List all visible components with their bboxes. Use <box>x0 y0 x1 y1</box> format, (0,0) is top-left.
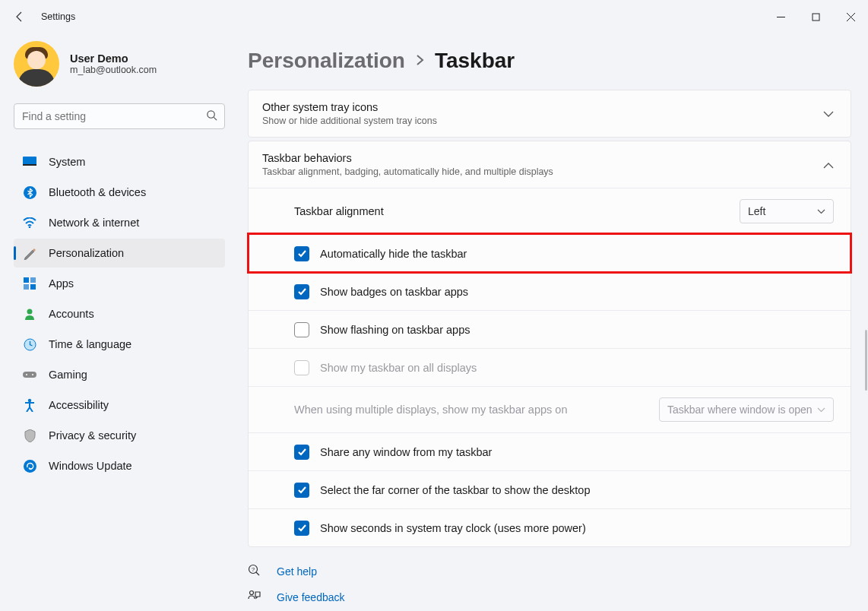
svg-rect-1 <box>813 14 819 21</box>
checkbox-badges[interactable] <box>294 284 309 299</box>
nav-item-personalization[interactable]: Personalization <box>14 239 225 268</box>
bluetooth-icon <box>23 185 36 199</box>
update-icon <box>23 459 36 473</box>
nav-item-accounts[interactable]: Accounts <box>14 299 225 328</box>
network-icon <box>23 216 36 230</box>
help-links: ? Get help Give feedback <box>248 550 851 611</box>
feedback-link[interactable]: Give feedback <box>248 590 851 605</box>
gaming-icon <box>23 368 36 381</box>
chevron-down-icon <box>817 209 825 214</box>
nav-label: Privacy & security <box>49 429 136 442</box>
card-header-behaviors[interactable]: Taskbar behaviors Taskbar alignment, bad… <box>249 141 851 188</box>
svg-rect-13 <box>30 284 36 290</box>
checkbox-flashing[interactable] <box>294 322 309 337</box>
svg-point-24 <box>250 591 254 595</box>
alignment-label: Taskbar alignment <box>294 205 384 217</box>
nav-item-accessibility[interactable]: Accessibility <box>14 391 225 419</box>
row-label: Show seconds in system tray clock (uses … <box>320 522 586 534</box>
minimize-button[interactable] <box>763 5 798 29</box>
nav-item-network[interactable]: Network & internet <box>14 208 225 237</box>
nav-label: Personalization <box>49 247 124 259</box>
search-icon <box>206 109 217 123</box>
titlebar: Settings <box>0 0 868 33</box>
help-icon: ? <box>248 564 261 579</box>
alignment-select[interactable]: Left <box>740 199 834 223</box>
card-subtitle: Taskbar alignment, badging, automaticall… <box>262 166 553 177</box>
personalization-icon <box>23 246 36 260</box>
card-behaviors: Taskbar behaviors Taskbar alignment, bad… <box>248 141 851 547</box>
privacy-icon <box>23 429 36 442</box>
nav-item-gaming[interactable]: Gaming <box>14 360 225 389</box>
search-box <box>14 103 225 129</box>
svg-line-5 <box>214 117 217 120</box>
chevron-down-icon <box>817 407 825 413</box>
checkbox-auto-hide[interactable] <box>294 246 309 261</box>
nav: System Bluetooth & devices Network & int… <box>14 147 225 480</box>
checkbox-seconds[interactable] <box>294 521 309 536</box>
breadcrumb-current: Taskbar <box>435 49 515 73</box>
close-button[interactable] <box>833 5 868 29</box>
card-tray-icons: Other system tray icons Show or hide add… <box>248 90 851 138</box>
feedback-icon <box>248 590 261 605</box>
nav-label: Accessibility <box>49 399 109 411</box>
window-controls <box>763 5 868 29</box>
accounts-icon <box>23 307 36 321</box>
accessibility-icon <box>23 398 36 412</box>
nav-label: Apps <box>49 277 74 290</box>
row-label: Show my taskbar on all displays <box>320 362 477 374</box>
svg-point-4 <box>207 111 214 118</box>
main-content: Personalization Taskbar Other system tra… <box>234 33 868 611</box>
row-auto-hide[interactable]: Automatically hide the taskbar <box>249 234 851 272</box>
user-profile[interactable]: User Demo m_lab@outlook.com <box>14 41 225 87</box>
link-label: Get help <box>277 565 317 578</box>
multi-select: Taskbar where window is open <box>659 397 834 422</box>
get-help-link[interactable]: ? Get help <box>248 564 851 579</box>
app-title: Settings <box>41 11 75 22</box>
svg-rect-12 <box>24 284 29 290</box>
svg-point-14 <box>27 309 33 315</box>
nav-item-update[interactable]: Windows Update <box>14 451 225 480</box>
checkbox-share[interactable] <box>294 445 309 460</box>
breadcrumb-parent[interactable]: Personalization <box>248 49 405 73</box>
system-icon <box>23 155 36 169</box>
row-label: Select the far corner of the taskbar to … <box>320 484 590 496</box>
select-value: Taskbar where window is open <box>667 404 813 416</box>
svg-rect-10 <box>24 277 29 283</box>
nav-item-privacy[interactable]: Privacy & security <box>14 421 225 450</box>
svg-point-20 <box>24 460 36 473</box>
scrollbar[interactable] <box>865 330 867 391</box>
avatar <box>14 41 59 87</box>
card-title: Other system tray icons <box>262 101 437 113</box>
nav-label: Time & language <box>49 338 131 350</box>
row-share-window[interactable]: Share any window from my taskbar <box>249 432 851 470</box>
row-multi-displays: When using multiple displays, show my ta… <box>249 386 851 432</box>
row-flashing[interactable]: Show flashing on taskbar apps <box>249 310 851 348</box>
nav-item-bluetooth[interactable]: Bluetooth & devices <box>14 178 225 207</box>
row-label: Show badges on taskbar apps <box>320 286 468 298</box>
link-label: Give feedback <box>277 591 345 603</box>
multi-label: When using multiple displays, show my ta… <box>294 404 567 416</box>
card-title: Taskbar behaviors <box>262 152 553 164</box>
card-header-tray[interactable]: Other system tray icons Show or hide add… <box>249 90 851 137</box>
row-label: Share any window from my taskbar <box>320 446 492 458</box>
row-show-seconds[interactable]: Show seconds in system tray clock (uses … <box>249 508 851 546</box>
row-badges[interactable]: Show badges on taskbar apps <box>249 272 851 310</box>
nav-item-system[interactable]: System <box>14 147 225 176</box>
chevron-down-icon <box>823 108 834 120</box>
nav-item-apps[interactable]: Apps <box>14 269 225 298</box>
nav-item-time[interactable]: Time & language <box>14 330 225 359</box>
nav-label: Accounts <box>49 308 94 320</box>
search-input[interactable] <box>14 103 225 129</box>
svg-text:?: ? <box>252 566 255 573</box>
user-email: m_lab@outlook.com <box>70 65 157 75</box>
card-subtitle: Show or hide additional system tray icon… <box>262 116 437 126</box>
maximize-button[interactable] <box>798 5 833 29</box>
nav-label: System <box>49 156 85 168</box>
svg-point-19 <box>28 399 31 402</box>
row-far-corner[interactable]: Select the far corner of the taskbar to … <box>249 470 851 508</box>
row-label: Show flashing on taskbar apps <box>320 324 470 336</box>
checkbox-far-corner[interactable] <box>294 483 309 498</box>
svg-point-9 <box>29 226 31 228</box>
svg-line-23 <box>256 572 259 575</box>
back-button[interactable] <box>8 5 32 29</box>
